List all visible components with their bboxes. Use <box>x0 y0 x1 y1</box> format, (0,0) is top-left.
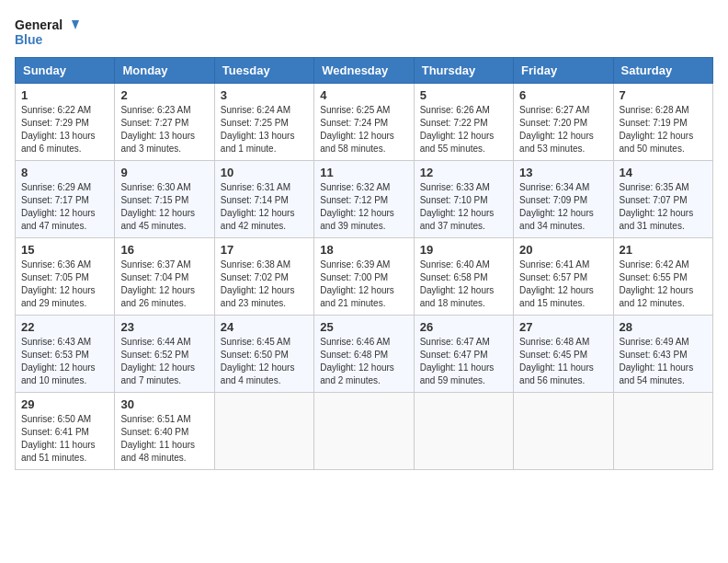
calendar-week-row: 1 Sunrise: 6:22 AMSunset: 7:29 PMDayligh… <box>16 84 713 161</box>
day-number: 5 <box>420 88 507 102</box>
day-info: Sunrise: 6:43 AMSunset: 6:53 PMDaylight:… <box>21 337 96 385</box>
day-info: Sunrise: 6:49 AMSunset: 6:43 PMDaylight:… <box>620 337 694 385</box>
weekday-header-tuesday: Tuesday <box>214 58 313 84</box>
day-number: 15 <box>21 243 108 257</box>
day-number: 8 <box>21 166 108 179</box>
calendar-week-row: 29 Sunrise: 6:50 AMSunset: 6:41 PMDaylig… <box>16 393 713 470</box>
calendar-cell: 9 Sunrise: 6:30 AMSunset: 7:15 PMDayligh… <box>115 161 214 238</box>
day-number: 17 <box>221 243 308 257</box>
calendar-cell: 13 Sunrise: 6:34 AMSunset: 7:09 PMDaylig… <box>514 161 613 238</box>
calendar-cell: 6 Sunrise: 6:27 AMSunset: 7:20 PMDayligh… <box>514 84 613 161</box>
day-info: Sunrise: 6:35 AMSunset: 7:07 PMDaylight:… <box>620 182 694 231</box>
day-info: Sunrise: 6:47 AMSunset: 6:47 PMDaylight:… <box>420 337 495 385</box>
calendar-cell: 26 Sunrise: 6:47 AMSunset: 6:47 PMDaylig… <box>414 316 513 393</box>
day-number: 3 <box>221 88 308 102</box>
day-number: 4 <box>320 88 407 102</box>
calendar-cell: 21 Sunrise: 6:42 AMSunset: 6:55 PMDaylig… <box>613 238 712 316</box>
day-info: Sunrise: 6:34 AMSunset: 7:09 PMDaylight:… <box>519 182 594 231</box>
calendar-cell: 11 Sunrise: 6:32 AMSunset: 7:12 PMDaylig… <box>314 161 414 238</box>
day-number: 21 <box>620 243 707 257</box>
calendar-week-row: 22 Sunrise: 6:43 AMSunset: 6:53 PMDaylig… <box>16 316 713 393</box>
day-number: 29 <box>21 397 108 411</box>
calendar-cell: 5 Sunrise: 6:26 AMSunset: 7:22 PMDayligh… <box>414 84 513 161</box>
calendar-cell: 10 Sunrise: 6:31 AMSunset: 7:14 PMDaylig… <box>214 161 313 238</box>
day-info: Sunrise: 6:40 AMSunset: 6:58 PMDaylight:… <box>420 259 495 308</box>
svg-text:General: General <box>15 17 63 32</box>
day-info: Sunrise: 6:41 AMSunset: 6:57 PMDaylight:… <box>519 259 594 308</box>
day-info: Sunrise: 6:30 AMSunset: 7:15 PMDaylight:… <box>120 182 195 231</box>
day-info: Sunrise: 6:33 AMSunset: 7:10 PMDaylight:… <box>420 182 495 231</box>
calendar-cell: 22 Sunrise: 6:43 AMSunset: 6:53 PMDaylig… <box>16 316 115 393</box>
day-number: 30 <box>120 397 208 411</box>
day-info: Sunrise: 6:50 AMSunset: 6:41 PMDaylight:… <box>21 414 96 463</box>
day-number: 1 <box>21 88 108 102</box>
calendar-cell: 12 Sunrise: 6:33 AMSunset: 7:10 PMDaylig… <box>414 161 513 238</box>
calendar-cell: 23 Sunrise: 6:44 AMSunset: 6:52 PMDaylig… <box>115 316 214 393</box>
day-number: 9 <box>120 166 208 179</box>
day-info: Sunrise: 6:29 AMSunset: 7:17 PMDaylight:… <box>21 182 96 231</box>
calendar-cell: 24 Sunrise: 6:45 AMSunset: 6:50 PMDaylig… <box>214 316 313 393</box>
day-number: 14 <box>620 166 707 179</box>
day-number: 10 <box>221 166 308 179</box>
calendar-cell: 25 Sunrise: 6:46 AMSunset: 6:48 PMDaylig… <box>314 316 414 393</box>
day-number: 2 <box>120 88 208 102</box>
day-info: Sunrise: 6:25 AMSunset: 7:24 PMDaylight:… <box>320 105 394 154</box>
calendar-cell: 27 Sunrise: 6:48 AMSunset: 6:45 PMDaylig… <box>514 316 613 393</box>
day-info: Sunrise: 6:51 AMSunset: 6:40 PMDaylight:… <box>120 414 195 463</box>
weekday-header-saturday: Saturday <box>613 58 712 84</box>
calendar-cell <box>613 393 712 470</box>
day-info: Sunrise: 6:38 AMSunset: 7:02 PMDaylight:… <box>221 259 295 308</box>
day-number: 16 <box>120 243 208 257</box>
calendar-cell <box>314 393 414 470</box>
weekday-header-monday: Monday <box>115 58 214 84</box>
calendar-table: SundayMondayTuesdayWednesdayThursdayFrid… <box>15 57 713 470</box>
day-number: 18 <box>320 243 407 257</box>
calendar-cell: 8 Sunrise: 6:29 AMSunset: 7:17 PMDayligh… <box>16 161 115 238</box>
day-info: Sunrise: 6:42 AMSunset: 6:55 PMDaylight:… <box>620 259 694 308</box>
day-info: Sunrise: 6:23 AMSunset: 7:27 PMDaylight:… <box>120 105 195 154</box>
day-number: 24 <box>221 320 308 334</box>
day-info: Sunrise: 6:45 AMSunset: 6:50 PMDaylight:… <box>221 337 295 385</box>
calendar-cell: 30 Sunrise: 6:51 AMSunset: 6:40 PMDaylig… <box>115 393 214 470</box>
calendar-cell: 7 Sunrise: 6:28 AMSunset: 7:19 PMDayligh… <box>613 84 712 161</box>
page-header: General Blue <box>15 15 713 48</box>
day-info: Sunrise: 6:46 AMSunset: 6:48 PMDaylight:… <box>320 337 394 385</box>
day-number: 28 <box>620 320 707 334</box>
logo: General Blue <box>15 15 79 48</box>
calendar-cell: 18 Sunrise: 6:39 AMSunset: 7:00 PMDaylig… <box>314 238 414 316</box>
calendar-header-row: SundayMondayTuesdayWednesdayThursdayFrid… <box>16 58 713 84</box>
day-info: Sunrise: 6:28 AMSunset: 7:19 PMDaylight:… <box>620 105 694 154</box>
calendar-cell: 2 Sunrise: 6:23 AMSunset: 7:27 PMDayligh… <box>115 84 214 161</box>
day-info: Sunrise: 6:26 AMSunset: 7:22 PMDaylight:… <box>420 105 495 154</box>
day-number: 11 <box>320 166 407 179</box>
day-info: Sunrise: 6:36 AMSunset: 7:05 PMDaylight:… <box>21 259 96 308</box>
day-number: 27 <box>519 320 607 334</box>
day-info: Sunrise: 6:31 AMSunset: 7:14 PMDaylight:… <box>221 182 295 231</box>
calendar-cell: 1 Sunrise: 6:22 AMSunset: 7:29 PMDayligh… <box>16 84 115 161</box>
day-info: Sunrise: 6:27 AMSunset: 7:20 PMDaylight:… <box>519 105 594 154</box>
calendar-cell: 3 Sunrise: 6:24 AMSunset: 7:25 PMDayligh… <box>214 84 313 161</box>
weekday-header-sunday: Sunday <box>16 58 115 84</box>
calendar-cell <box>514 393 613 470</box>
calendar-cell: 19 Sunrise: 6:40 AMSunset: 6:58 PMDaylig… <box>414 238 513 316</box>
calendar-cell: 14 Sunrise: 6:35 AMSunset: 7:07 PMDaylig… <box>613 161 712 238</box>
day-info: Sunrise: 6:22 AMSunset: 7:29 PMDaylight:… <box>21 105 96 154</box>
calendar-cell: 29 Sunrise: 6:50 AMSunset: 6:41 PMDaylig… <box>16 393 115 470</box>
calendar-cell: 28 Sunrise: 6:49 AMSunset: 6:43 PMDaylig… <box>613 316 712 393</box>
calendar-cell: 17 Sunrise: 6:38 AMSunset: 7:02 PMDaylig… <box>214 238 313 316</box>
calendar-week-row: 15 Sunrise: 6:36 AMSunset: 7:05 PMDaylig… <box>16 238 713 316</box>
day-number: 20 <box>519 243 607 257</box>
day-info: Sunrise: 6:48 AMSunset: 6:45 PMDaylight:… <box>519 337 594 385</box>
day-info: Sunrise: 6:32 AMSunset: 7:12 PMDaylight:… <box>320 182 394 231</box>
day-number: 6 <box>519 88 607 102</box>
day-info: Sunrise: 6:24 AMSunset: 7:25 PMDaylight:… <box>221 105 295 154</box>
day-number: 22 <box>21 320 108 334</box>
day-number: 13 <box>519 166 607 179</box>
calendar-week-row: 8 Sunrise: 6:29 AMSunset: 7:17 PMDayligh… <box>16 161 713 238</box>
day-number: 23 <box>120 320 208 334</box>
calendar-cell: 15 Sunrise: 6:36 AMSunset: 7:05 PMDaylig… <box>16 238 115 316</box>
calendar-cell: 16 Sunrise: 6:37 AMSunset: 7:04 PMDaylig… <box>115 238 214 316</box>
day-number: 19 <box>420 243 507 257</box>
calendar-cell <box>414 393 513 470</box>
svg-marker-2 <box>72 20 79 29</box>
